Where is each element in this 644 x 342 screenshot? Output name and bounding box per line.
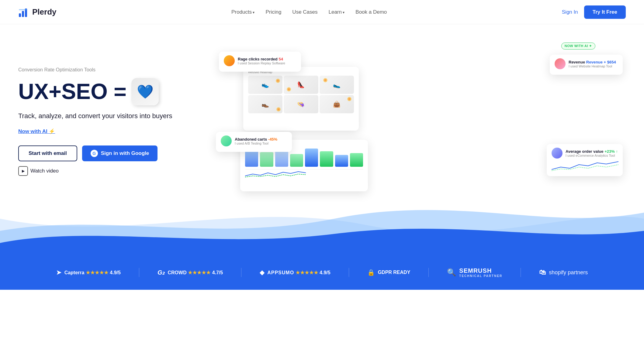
divider-5 [521, 268, 521, 277]
heart-icon: 💙 [131, 78, 159, 105]
abandoned-avatar [221, 135, 232, 146]
shopify-icon: 🛍 [539, 268, 546, 276]
hero-title-text: UX+SEO = [18, 80, 126, 103]
order-sub: I used eCommerce Analytics Tool [566, 154, 618, 157]
lock-icon: 🔒 [367, 269, 375, 276]
hotspot-3 [323, 78, 327, 82]
badges-row: ➤ Capterra ★★★★★ 4.9/5 G₂ CROWD ★★★★★ 4.… [18, 267, 626, 278]
revenue-card: Revenue Revenue + $654 I used Website He… [550, 55, 623, 75]
shoe-1: 👟 [248, 76, 282, 94]
revenue-avatar [555, 58, 566, 69]
hero-subtitle: Conversion Rate Optimization Tools [18, 67, 201, 73]
nav-links: Products Pricing Use Cases Learn Book a … [231, 9, 387, 15]
logo-icon [18, 7, 29, 18]
hotspot-4 [276, 107, 281, 111]
semrush-icon: 🔍 [447, 268, 456, 277]
hero-content: Conversion Rate Optimization Tools UX+SE… [18, 67, 201, 176]
shoe-5: 👒 [284, 95, 318, 113]
shoe-6: 👜 [320, 95, 354, 113]
revenue-sub: I used Website Heatmap Tool [569, 64, 616, 68]
hero-section: Conversion Rate Optimization Tools UX+SE… [0, 24, 644, 200]
hotspot-1 [276, 79, 280, 83]
bottom-bar: ➤ Capterra ★★★★★ 4.9/5 G₂ CROWD ★★★★★ 4.… [0, 255, 644, 290]
start-email-button[interactable]: Start with email [18, 145, 77, 161]
watch-video-button[interactable]: ▶ Watch video [18, 166, 59, 176]
shoe-4: 👞 [248, 95, 282, 113]
sign-in-google-button[interactable]: G Sign in with Google [82, 145, 158, 161]
svg-rect-0 [19, 13, 21, 17]
order-title: Average order value +23% ↑ [566, 149, 618, 154]
crowd-badge: G₂ CROWD ★★★★★ 4.7/5 [158, 269, 223, 276]
divider-4 [428, 268, 429, 277]
nav-item-products[interactable]: Products [231, 9, 254, 15]
shoes-grid: 👟 👠 🥿 👞 👒 � [248, 76, 354, 113]
hero-description: Track, analyze, and convert your visitor… [18, 111, 201, 121]
divider-1 [139, 268, 139, 277]
nav-actions: Sign In Try It Free [562, 5, 626, 19]
gdpr-badge: 🔒 GDPR READY [367, 269, 410, 276]
abandoned-title: Abandoned carts -45% [235, 137, 277, 142]
abandoned-card: Abandoned carts -45% I used A/B Testing … [216, 132, 292, 152]
ecommerce-line-chart [245, 169, 363, 178]
hotspot-2 [287, 87, 291, 91]
svg-rect-1 [22, 11, 24, 17]
ai-now-badge: NOW WITH AI ✦ [561, 43, 595, 50]
shopify-badge: 🛍 shopify partners [539, 268, 588, 276]
abandoned-sub: I used A/B Testing Tool [235, 142, 277, 145]
appsumo-badge: ◆ APPSUMO ★★★★★ 4.9/5 [260, 269, 330, 276]
brand-logo[interactable]: Plerdy [18, 7, 57, 18]
ai-badge-link[interactable]: Now with AI ⚡ [18, 128, 55, 135]
sign-in-link[interactable]: Sign In [562, 9, 578, 15]
rage-title: Rage clicks recorded 54 [238, 57, 285, 61]
hero-buttons: Start with email G Sign in with Google ▶… [18, 145, 201, 176]
divider-3 [349, 268, 349, 277]
order-avatar [552, 148, 563, 159]
hero-dashboard: NOW WITH AI ✦ Rage clicks recorded 54 I … [213, 43, 626, 200]
semrush-badge: 🔍 SEMRUSH TECHNICAL PARTNER [447, 267, 502, 278]
capterra-icon: ➤ [56, 269, 61, 276]
nav-item-pricing[interactable]: Pricing [265, 9, 281, 15]
hotspot-6 [347, 97, 351, 101]
try-free-button[interactable]: Try It Free [584, 5, 626, 19]
capterra-badge: ➤ Capterra ★★★★★ 4.9/5 [56, 269, 121, 276]
navbar: Plerdy Products Pricing Use Cases Learn … [0, 0, 644, 24]
appsumo-icon: ◆ [260, 269, 264, 276]
shoe-2: 👠 [284, 76, 318, 94]
nav-item-usecases[interactable]: Use Cases [292, 9, 317, 15]
rage-sub: I used Session Replay Software [238, 61, 285, 65]
order-value-card: Average order value +23% ↑ I used eComme… [547, 144, 623, 176]
crowd-icon: G₂ [158, 269, 165, 276]
brand-name: Plerdy [32, 7, 57, 17]
heatmap-card: Website Heatmap 👟 👠 🥿 👞 [243, 67, 359, 131]
nav-item-learn[interactable]: Learn [329, 9, 345, 15]
hero-title: UX+SEO = 💙 [18, 78, 201, 105]
order-mini-chart [552, 160, 618, 173]
wave-section [0, 194, 644, 255]
svg-rect-3 [19, 9, 27, 10]
rage-avatar [224, 55, 235, 66]
nav-item-bookdemo[interactable]: Book a Demo [355, 9, 387, 15]
shoe-3: 🥿 [320, 76, 354, 94]
google-icon: G [91, 150, 98, 157]
revenue-title: Revenue Revenue + $654 [569, 60, 616, 64]
rage-clicks-card: Rage clicks recorded 54 I used Session R… [219, 52, 301, 72]
play-icon: ▶ [18, 166, 28, 176]
divider-2 [241, 268, 241, 277]
